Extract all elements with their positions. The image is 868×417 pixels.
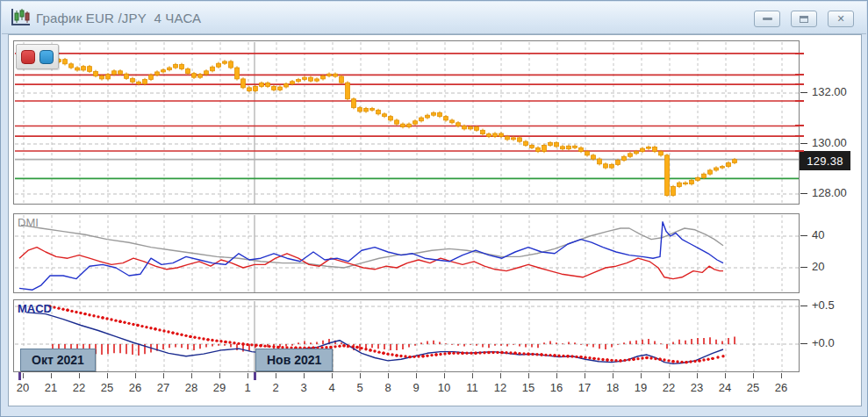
date-axis-tick [725, 373, 726, 378]
macd-label: MACD [18, 302, 52, 315]
date-axis-label: 24 [719, 381, 731, 394]
month-badge-oct: Окт 2021 [20, 349, 96, 371]
date-axis-tick [360, 373, 361, 378]
date-axis-tick [51, 373, 52, 378]
date-axis-label: 22 [663, 381, 675, 394]
date-axis-label: 12 [494, 381, 506, 394]
restore-button[interactable] [791, 11, 817, 27]
chart-toolbar [16, 44, 59, 69]
price-axis-tick [800, 143, 807, 144]
date-axis-label: 28 [185, 381, 197, 394]
date-axis-tick [304, 373, 305, 378]
red-level-axis-tick [795, 74, 804, 75]
date-axis-label: 15 [522, 381, 534, 394]
chart-window: График EUR /JPY 4 ЧАСА ✕ DMI MACD Окт 20… [0, 0, 868, 417]
price-axis-tick [800, 193, 807, 194]
date-axis-label: 17 [578, 381, 591, 394]
date-axis-label: 25 [101, 381, 113, 394]
date-axis-tick [191, 373, 192, 378]
date-axis-label: 8 [384, 381, 391, 394]
date-axis-tick [276, 373, 276, 378]
red-level-axis-tick [795, 100, 804, 102]
date-axis-tick [556, 373, 557, 378]
date-axis-label: 26 [129, 381, 141, 394]
date-axis-tick [23, 373, 24, 378]
date-axis-tick [697, 373, 698, 378]
date-axis-label: 25 [747, 381, 759, 394]
macd-axis-tick [800, 343, 807, 344]
candlestick-chart-icon [10, 8, 31, 27]
date-axis-tick [613, 373, 613, 378]
date-axis-label: 21 [45, 381, 57, 394]
current-price-badge: 129.38 [800, 151, 850, 170]
month-start-tick [254, 372, 256, 380]
date-axis-label: 4 [328, 381, 334, 394]
date-axis-tick [528, 373, 529, 378]
date-axis-label: 18 [606, 381, 619, 394]
red-level-axis-tick [795, 83, 804, 85]
date-axis-tick [388, 373, 389, 378]
month-start-tick [18, 372, 21, 380]
price-chart-panel[interactable] [13, 40, 800, 205]
price-axis-label: 130.00 [812, 137, 847, 149]
macd-axis-label: +0.5 [812, 299, 835, 312]
date-axis-label: 29 [213, 381, 226, 394]
month-badge-nov: Нов 2021 [255, 349, 333, 371]
close-icon: ✕ [836, 14, 844, 24]
red-level-axis-tick [795, 150, 804, 152]
date-axis-label: 23 [691, 381, 703, 394]
date-axis-label: 22 [73, 381, 85, 394]
window-title: График EUR /JPY 4 ЧАСА [36, 11, 201, 25]
date-axis-tick [219, 373, 220, 378]
red-level-axis-tick [795, 125, 804, 126]
red-level-axis-tick [795, 53, 804, 54]
price-axis-tick [800, 92, 807, 93]
date-axis-tick [107, 373, 108, 378]
dmi-axis-label: 20 [812, 261, 824, 273]
macd-indicator-panel[interactable] [13, 299, 800, 372]
dmi-label: DMI [18, 216, 39, 229]
date-axis-tick [753, 373, 754, 378]
sell-square-button[interactable] [21, 50, 35, 64]
minimize-icon [763, 18, 772, 20]
date-axis-label: 20 [17, 381, 29, 394]
date-axis-tick [669, 373, 670, 378]
dmi-axis-tick [800, 235, 807, 236]
date-axis-label: 27 [157, 381, 169, 394]
close-button[interactable]: ✕ [828, 11, 854, 27]
date-axis-tick [79, 373, 80, 378]
date-axis-tick [247, 373, 248, 378]
buy-square-button[interactable] [39, 50, 54, 64]
red-level-axis-tick [795, 135, 804, 137]
date-axis-label: 1 [244, 381, 250, 394]
window-controls: ✕ [754, 11, 854, 27]
date-axis-label: 2 [272, 381, 278, 394]
date-axis-label: 26 [775, 381, 787, 394]
date-axis-tick [585, 373, 585, 378]
date-axis-label: 10 [438, 381, 450, 394]
date-axis-label: 16 [550, 381, 563, 394]
date-axis-label: 9 [412, 381, 419, 394]
date-axis-tick [781, 373, 782, 378]
date-axis-tick [135, 373, 136, 378]
dmi-axis-tick [800, 267, 807, 268]
date-axis-tick [472, 373, 473, 378]
restore-icon [800, 16, 808, 23]
date-axis-label: 11 [466, 381, 478, 394]
macd-axis-label: +0.0 [812, 337, 835, 349]
date-axis-tick [332, 373, 333, 378]
price-axis-label: 128.00 [812, 187, 847, 199]
minimize-button[interactable] [754, 11, 780, 27]
date-axis-tick [641, 373, 642, 378]
price-axis-label: 132.00 [812, 86, 847, 98]
date-axis-label: 19 [635, 381, 647, 394]
date-axis-tick [416, 373, 417, 378]
title-bar[interactable]: График EUR /JPY 4 ЧАСА ✕ [2, 2, 866, 34]
date-axis-tick [163, 373, 164, 378]
date-axis-tick [500, 373, 501, 378]
date-axis-tick [444, 373, 445, 378]
dmi-indicator-panel[interactable] [13, 213, 800, 293]
date-axis-label: 3 [300, 381, 306, 394]
date-axis-label: 5 [356, 381, 362, 394]
dmi-axis-label: 40 [812, 229, 824, 241]
